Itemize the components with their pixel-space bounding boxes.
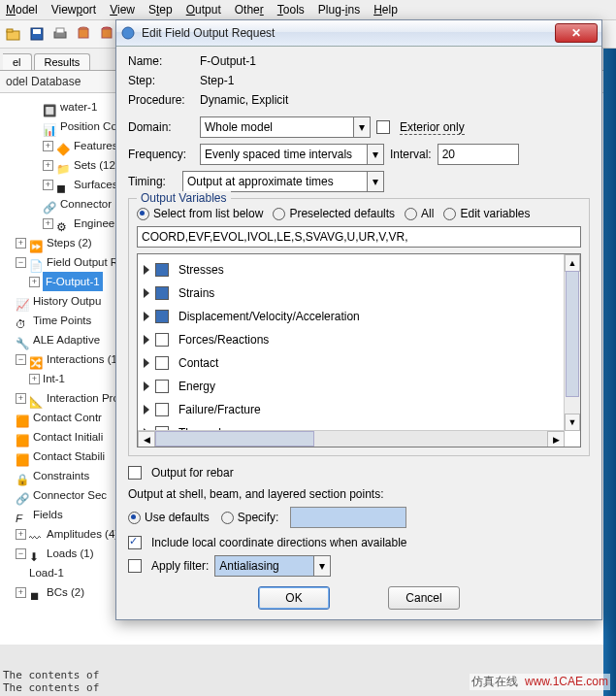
tree-time[interactable]: Time Points (33, 311, 91, 330)
collapse-icon[interactable]: − (16, 257, 26, 268)
ok-button[interactable]: OK (258, 586, 330, 610)
variable-checkbox[interactable] (155, 310, 169, 323)
filter-select[interactable]: Antialiasing▾ (214, 555, 331, 577)
frequency-select[interactable]: Evenly spaced time intervals▾ (200, 144, 384, 165)
variables-list[interactable]: StressesStrainsDisplacement/Velocity/Acc… (137, 253, 581, 447)
tree-interactions[interactable]: Interactions (1 (47, 349, 117, 369)
tree-ale[interactable]: ALE Adaptive (33, 330, 100, 349)
print-icon[interactable] (49, 23, 71, 45)
domain-select[interactable]: Whole model▾ (200, 116, 371, 138)
menu-step[interactable]: Step (148, 3, 173, 17)
tab-model[interactable]: el (3, 53, 32, 70)
tab-results[interactable]: Results (34, 53, 91, 70)
variable-row[interactable]: Forces/Reactions (140, 328, 578, 351)
menu-tools[interactable]: Tools (277, 3, 305, 17)
menu-other[interactable]: Other (235, 3, 264, 17)
expand-triangle-icon[interactable] (144, 265, 149, 275)
menu-view[interactable]: View (110, 3, 135, 17)
scroll-thumb[interactable] (566, 271, 579, 396)
close-button[interactable]: ✕ (555, 23, 598, 43)
collapse-icon[interactable]: − (16, 548, 26, 559)
variable-row[interactable]: Energy (140, 375, 578, 398)
variable-row[interactable]: Contact (140, 351, 578, 375)
tree-field-output[interactable]: Field Output R (47, 252, 118, 272)
tree-fields[interactable]: Fields (33, 505, 63, 524)
tree-bcs[interactable]: BCs (2) (47, 582, 84, 602)
titlebar[interactable]: Edit Field Output Request ✕ (116, 20, 601, 47)
menu-output[interactable]: Output (186, 3, 221, 17)
tree-f-output-1[interactable]: F-Output-1 (43, 272, 103, 291)
variable-checkbox[interactable] (155, 263, 169, 277)
scroll-right-icon[interactable]: ▶ (547, 431, 565, 447)
expand-icon[interactable]: + (16, 393, 26, 404)
output-for-rebar-checkbox[interactable] (128, 466, 142, 480)
variable-checkbox[interactable] (155, 380, 169, 393)
vertical-scrollbar[interactable]: ▲▼ (564, 254, 580, 431)
tree-steps[interactable]: Steps (2) (47, 233, 92, 252)
tree-intprop[interactable]: Interaction Pro (47, 388, 119, 408)
tree-position[interactable]: Position Co (60, 116, 117, 136)
tree-amplitudes[interactable]: Amplitudes (4) (47, 524, 118, 544)
tree-contact-stab[interactable]: Contact Stabili (33, 447, 105, 466)
include-local-checkbox[interactable] (128, 536, 142, 549)
tree-constraints[interactable]: Constraints (33, 466, 89, 485)
menu-help[interactable]: Help (373, 3, 398, 17)
tree-int1[interactable]: Int-1 (43, 369, 65, 388)
variable-checkbox[interactable] (155, 356, 169, 370)
expand-icon[interactable]: + (16, 238, 26, 249)
expand-icon[interactable]: + (29, 374, 40, 384)
radio-specify[interactable]: Specify: (221, 511, 279, 524)
tree-loads[interactable]: Loads (1) (47, 544, 94, 563)
variable-row[interactable]: Strains (140, 282, 578, 305)
tree-features[interactable]: Features (74, 136, 117, 155)
expand-icon[interactable]: + (43, 218, 53, 229)
expand-triangle-icon[interactable] (144, 335, 149, 345)
scroll-down-icon[interactable]: ▼ (565, 414, 580, 431)
db-icon-2[interactable] (96, 23, 117, 45)
menu-viewport[interactable]: Viewport (51, 3, 97, 17)
exterior-only-label[interactable]: Exterior only (400, 120, 465, 135)
cancel-button[interactable]: Cancel (388, 586, 460, 610)
tree-history[interactable]: History Outpu (33, 291, 101, 311)
expand-icon[interactable]: + (16, 529, 26, 540)
variables-text-input[interactable]: COORD,EVF,EVOL,IVOL,LE,S,SVAVG,U,UR,V,VR… (137, 226, 581, 248)
open-icon[interactable] (3, 23, 24, 45)
tree-load1[interactable]: Load-1 (29, 563, 64, 582)
expand-triangle-icon[interactable] (144, 381, 149, 391)
tree-connsec[interactable]: Connector Sec (33, 485, 107, 505)
radio-all[interactable]: All (405, 207, 434, 220)
variable-checkbox[interactable] (155, 333, 169, 347)
radio-preselected[interactable]: Preselected defaults (273, 207, 395, 220)
menu-plugins[interactable]: Plug-ins (318, 3, 360, 17)
tree-contact-ctrl[interactable]: Contact Contr (33, 408, 102, 427)
expand-icon[interactable]: + (43, 141, 53, 151)
variable-row[interactable]: Displacement/Velocity/Acceleration (140, 305, 578, 328)
expand-triangle-icon[interactable] (144, 358, 149, 368)
save-icon[interactable] (26, 23, 48, 45)
scroll-thumb[interactable] (155, 431, 314, 447)
collapse-icon[interactable]: − (16, 354, 26, 365)
interval-input[interactable]: 20 (438, 144, 519, 165)
radio-select-from-list[interactable]: Select from list below (137, 207, 263, 220)
expand-icon[interactable]: + (43, 180, 53, 190)
variable-row[interactable]: Failure/Fracture (140, 398, 578, 421)
tree-connector[interactable]: Connector (60, 194, 112, 214)
expand-triangle-icon[interactable] (144, 405, 149, 414)
tree-sets[interactable]: Sets (12) (74, 155, 119, 175)
expand-icon[interactable]: + (16, 587, 26, 598)
expand-triangle-icon[interactable] (144, 288, 149, 298)
radio-use-defaults[interactable]: Use defaults (128, 511, 210, 524)
horizontal-scrollbar[interactable]: ◀▶ (138, 430, 565, 447)
apply-filter-checkbox[interactable] (128, 559, 142, 573)
variable-row[interactable]: Stresses (140, 258, 578, 282)
expand-icon[interactable]: + (29, 277, 40, 287)
menu-model[interactable]: MModelodel (6, 3, 38, 17)
radio-edit[interactable]: Edit variables (443, 207, 530, 220)
timing-select[interactable]: Output at approximate times▾ (182, 171, 384, 192)
db-icon-1[interactable] (73, 23, 94, 45)
variable-checkbox[interactable] (155, 403, 169, 416)
specify-input[interactable] (290, 507, 406, 528)
variable-checkbox[interactable] (155, 286, 169, 300)
expand-triangle-icon[interactable] (144, 312, 149, 321)
scroll-left-icon[interactable]: ◀ (138, 431, 155, 447)
